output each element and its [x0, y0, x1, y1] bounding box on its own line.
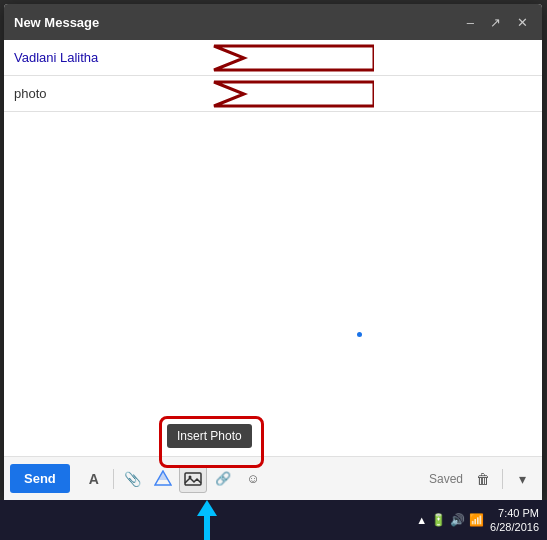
title-bar: New Message – ↗ ✕ [4, 4, 542, 40]
window-title: New Message [14, 15, 99, 30]
taskbar-right: ▲ 🔋 🔊 📶 7:40 PM 6/28/2016 [416, 506, 539, 534]
minimize-button[interactable]: – [463, 14, 478, 31]
photo-icon [184, 470, 202, 488]
svg-marker-3 [158, 471, 168, 480]
taskbar: ▲ 🔋 🔊 📶 7:40 PM 6/28/2016 [0, 500, 547, 540]
delete-button[interactable]: 🗑 [469, 465, 497, 493]
drive-icon [154, 470, 172, 488]
insert-emoji-button[interactable]: ☺ [239, 465, 267, 493]
message-body[interactable] [4, 112, 542, 456]
system-tray-icons: ▲ 🔋 🔊 📶 [416, 513, 484, 527]
tray-icon-up: ▲ [416, 514, 427, 526]
taskbar-date-display: 6/28/2016 [490, 520, 539, 534]
google-drive-button[interactable] [149, 465, 177, 493]
more-icon: ▾ [519, 471, 526, 487]
taskbar-clock: 7:40 PM 6/28/2016 [490, 506, 539, 534]
subject-input[interactable] [14, 86, 532, 101]
title-bar-controls: – ↗ ✕ [463, 14, 532, 31]
cursor-dot [357, 332, 362, 337]
battery-icon: 🔋 [431, 513, 446, 527]
send-button[interactable]: Send [10, 464, 70, 493]
delete-icon: 🗑 [476, 471, 490, 487]
attach-icon: 📎 [124, 471, 141, 487]
svg-rect-4 [185, 473, 201, 485]
emoji-icon: ☺ [246, 471, 259, 486]
taskbar-time-display: 7:40 PM [490, 506, 539, 520]
subject-field-row [4, 76, 542, 112]
separator-2 [502, 469, 503, 489]
format-text-button[interactable]: A [80, 465, 108, 493]
attach-file-button[interactable]: 📎 [119, 465, 147, 493]
toolbar: Send A 📎 🔗 [4, 456, 542, 500]
to-input[interactable] [14, 50, 532, 65]
to-field-row [4, 40, 542, 76]
more-options-button[interactable]: ▾ [508, 465, 536, 493]
link-icon: 🔗 [215, 471, 231, 486]
network-icon: 📶 [469, 513, 484, 527]
saved-status: Saved [429, 472, 463, 486]
separator-1 [113, 469, 114, 489]
format-text-icon: A [89, 471, 99, 487]
close-button[interactable]: ✕ [513, 14, 532, 31]
insert-photo-tooltip: Insert Photo [167, 424, 252, 448]
compose-window: New Message – ↗ ✕ Insert Photo Send [4, 4, 542, 500]
expand-button[interactable]: ↗ [486, 14, 505, 31]
volume-icon: 🔊 [450, 513, 465, 527]
insert-link-button[interactable]: 🔗 [209, 465, 237, 493]
insert-photo-button[interactable] [179, 465, 207, 493]
